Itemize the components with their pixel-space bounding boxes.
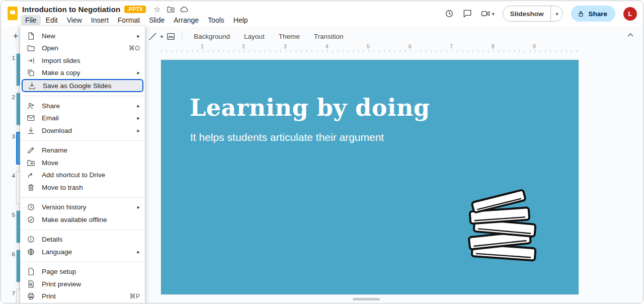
books-clipart[interactable] (458, 180, 547, 265)
print-preview-icon (27, 280, 35, 288)
menu-item-move[interactable]: Move (20, 157, 145, 169)
theme-button[interactable]: Theme (273, 30, 305, 43)
menu-item-make-a-copy[interactable]: Make a copy ▸ (20, 67, 145, 80)
move-folder-icon (27, 159, 35, 167)
horizontal-scrollbar[interactable] (353, 298, 380, 300)
menu-item-move-to-trash[interactable]: Move to trash (20, 181, 145, 194)
menu-item-rename[interactable]: Rename (20, 144, 145, 157)
menu-item-new[interactable]: New ▸ (20, 30, 145, 42)
menu-item-email[interactable]: Email ▸ (20, 112, 145, 125)
cloud-status-icon[interactable] (180, 5, 189, 14)
ruler-mark: 8 (492, 44, 495, 49)
star-icon[interactable]: ☆ (153, 5, 162, 14)
move-folder-icon[interactable] (167, 5, 175, 14)
meet-camera-group[interactable]: ▾ (480, 9, 495, 19)
menu-item-version-history[interactable]: Version history ▸ (20, 201, 145, 214)
submenu-arrow-icon: ▸ (137, 204, 140, 210)
menu-insert[interactable]: Insert (87, 15, 113, 25)
slide-number-5: 5 (8, 212, 15, 218)
file-menu-section-4: Version history ▸ Make available offline (20, 200, 145, 227)
title-action-icons: ☆ (153, 5, 189, 14)
pptx-badge: .PPTX (124, 6, 146, 13)
ruler-mark: 3 (284, 44, 287, 49)
add-shortcut-icon (27, 171, 35, 179)
menu-item-details[interactable]: Details (20, 234, 145, 246)
titlebar: Introduction to Negotiation .PPTX ☆ File… (1, 1, 643, 26)
print-icon (27, 292, 35, 300)
file-menu-popup: New ▸ Open ⌘O Import slides Make a copy … (20, 26, 145, 303)
layout-button[interactable]: Layout (238, 30, 270, 43)
menu-divider (20, 140, 145, 141)
file-menu-section-2: Share ▸ Email ▸ Download ▸ (20, 99, 145, 138)
toolbar-divider (182, 31, 182, 41)
menu-divider (20, 197, 145, 198)
ruler-mark: 9 (533, 44, 536, 49)
ruler-mark: 6 (409, 44, 412, 49)
slideshow-caret-icon: ▾ (555, 11, 558, 17)
new-document-icon (27, 32, 35, 40)
menu-item-open[interactable]: Open ⌘O (20, 42, 145, 55)
video-camera-icon[interactable] (480, 9, 491, 19)
camera-caret-icon[interactable]: ▾ (492, 11, 495, 17)
menu-item-share[interactable]: Share ▸ (20, 100, 145, 112)
menu-file[interactable]: File (21, 15, 41, 25)
file-menu-section-1: New ▸ Open ⌘O Import slides Make a copy … (20, 29, 145, 93)
slide-title-text[interactable]: Learning by doing (190, 94, 430, 121)
collapse-toolbar-button[interactable] (626, 31, 635, 42)
menu-item-make-available-offline[interactable]: Make available offline (20, 213, 145, 226)
titlebar-right-actions: ▾ Slideshow ▾ Share L (444, 6, 637, 22)
menu-item-download[interactable]: Download ▸ (20, 124, 145, 137)
slides-logo-icon[interactable] (8, 7, 18, 20)
ruler-mark: 5 (367, 44, 370, 49)
menu-item-save-as-google-slides[interactable]: Save as Google Slides (22, 79, 143, 92)
slide-number-4: 4 (8, 173, 15, 179)
menu-item-language[interactable]: Language ▸ (20, 246, 145, 258)
menu-item-page-setup[interactable]: Page setup (20, 266, 145, 278)
menu-item-add-shortcut-to-drive[interactable]: Add shortcut to Drive (20, 169, 145, 182)
menu-item-print-preview[interactable]: Print preview (20, 278, 145, 290)
transition-button[interactable]: Transition (308, 30, 349, 43)
rename-pencil-icon (27, 146, 35, 155)
menu-item-import-slides[interactable]: Import slides (20, 54, 145, 67)
slideshow-options-button[interactable]: ▾ (550, 6, 562, 21)
menu-divider (20, 262, 145, 262)
menu-tools[interactable]: Tools (204, 15, 228, 25)
ruler-mark: 4 (326, 44, 329, 49)
avatar[interactable]: L (623, 7, 637, 21)
lock-icon (577, 10, 585, 18)
background-button[interactable]: Background (188, 30, 235, 43)
open-folder-icon (27, 44, 35, 52)
page-setup-icon (27, 267, 35, 276)
slideshow-button[interactable]: Slideshow (503, 6, 551, 21)
save-as-google-slides-icon (28, 82, 36, 90)
email-icon (27, 114, 35, 122)
menu-edit[interactable]: Edit (42, 15, 62, 25)
google-slides-window: Introduction to Negotiation .PPTX ☆ File… (1, 1, 643, 303)
menu-format[interactable]: Format (114, 15, 144, 25)
comments-icon[interactable] (462, 9, 472, 19)
menu-slide[interactable]: Slide (145, 15, 169, 25)
slide-canvas[interactable]: Learning by doing It helps students arti… (161, 60, 579, 294)
file-menu-section-3: Rename Move Add shortcut to Drive Move t… (20, 143, 145, 195)
menu-view[interactable]: View (63, 15, 86, 25)
copy-icon (27, 68, 35, 77)
menu-item-print[interactable]: Print ⌘P (20, 290, 145, 303)
share-button[interactable]: Share (571, 6, 615, 22)
line-tool-icon[interactable] (148, 32, 157, 41)
menubar: File Edit View Insert Format Slide Arran… (21, 15, 252, 25)
trash-icon (27, 183, 35, 192)
line-tool-caret-icon[interactable]: ▾ (160, 34, 163, 39)
menu-divider (20, 96, 145, 96)
menu-help[interactable]: Help (229, 15, 252, 25)
version-history-icon[interactable] (444, 9, 454, 19)
ruler-mark: 1 (201, 44, 204, 49)
slide-number-6: 6 (8, 251, 15, 257)
submenu-arrow-icon: ▸ (137, 249, 140, 255)
document-title[interactable]: Introduction to Negotiation (22, 5, 120, 14)
slide-body-text[interactable]: It helps students articulate their argum… (190, 131, 384, 143)
menu-arrange[interactable]: Arrange (170, 15, 203, 25)
version-history-icon (27, 203, 35, 211)
import-slides-icon (27, 56, 35, 65)
ruler-mark: 7 (450, 44, 453, 49)
insert-image-icon[interactable] (166, 32, 176, 41)
